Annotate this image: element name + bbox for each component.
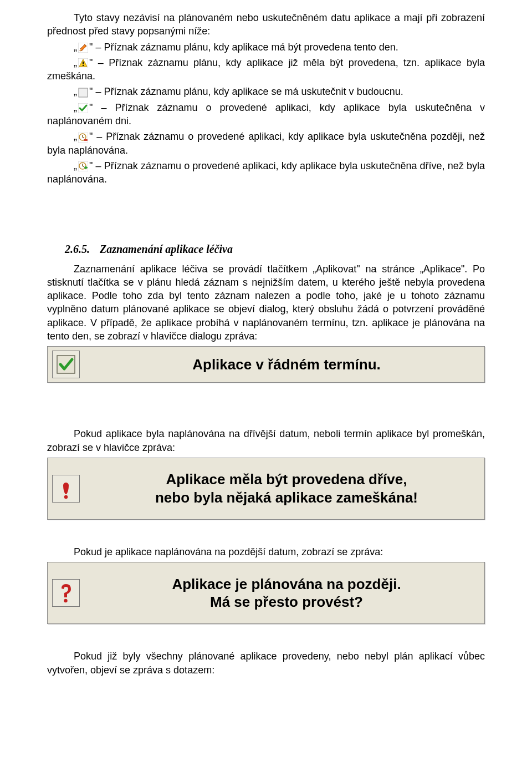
flag-item-1: „ " – Příznak záznamu plánu, kdy aplikac…	[47, 40, 485, 54]
flag-text: " – Příznak záznamu o provedené aplikaci…	[47, 131, 485, 155]
empty-box-icon	[78, 88, 88, 98]
quote-open: „	[74, 160, 77, 171]
flag-item-3: „ " – Příznak záznamu plánu, kdy aplikac…	[47, 85, 485, 98]
banner-ontime: Aplikace v řádném termínu.	[47, 346, 485, 383]
after-banner1-text: Pokud aplikace byla naplánována na dřívě…	[47, 427, 485, 454]
section-number: 2.6.5.	[65, 243, 90, 255]
flag-text: " – Příznak záznamu plánu, kdy aplikace …	[89, 42, 398, 53]
section-heading: 2.6.5.Zaznamenání aplikace léčiva	[65, 242, 485, 257]
flag-text: " – Příznak záznamu o provedené aplikaci…	[47, 160, 485, 185]
svg-rect-4	[79, 88, 88, 97]
quote-open: „	[74, 102, 77, 113]
banner-line1: Aplikace je plánována na později.	[93, 575, 480, 593]
quote-open: „	[74, 57, 77, 68]
intro-paragraph: Tyto stavy nezávisí na plánovaném nebo u…	[47, 11, 485, 38]
banner-late: Aplikace měla být provedena dříve, nebo …	[47, 458, 485, 520]
banner-text: Aplikace měla být provedena dříve, nebo …	[93, 470, 480, 506]
flag-text: " – Příznak záznamu plánu, kdy aplikace …	[89, 86, 403, 97]
quote-open: „	[74, 131, 77, 142]
clock-minus-icon	[78, 133, 88, 143]
exclamation-icon	[52, 475, 80, 503]
flag-item-2: „ " – Příznak záznamu plánu, kdy aplikac…	[47, 56, 485, 83]
question-icon	[52, 579, 80, 607]
svg-rect-8	[84, 139, 88, 141]
svg-point-16	[64, 599, 67, 602]
after-banner3-text: Pokud již byly všechny plánované aplikac…	[47, 650, 485, 677]
quote-open: „	[74, 86, 77, 97]
banner-line1: Aplikace měla být provedena dříve,	[93, 470, 480, 489]
banner-line2: Má se přesto provést?	[93, 593, 480, 611]
flag-item-6: „ " – Příznak záznamu o provedené aplika…	[47, 159, 485, 186]
section-title: Zaznamenání aplikace léčiva	[100, 243, 233, 255]
banner-line2: nebo byla nějaká aplikace zameškána!	[93, 489, 480, 507]
flag-text: " – Příznak záznamu o provedené aplikaci…	[47, 102, 485, 126]
flag-item-5: „ " – Příznak záznamu o provedené aplika…	[47, 130, 485, 157]
flag-item-4: „ " – Příznak záznamu o provedené aplika…	[47, 101, 485, 128]
check-icon	[78, 103, 88, 113]
section-body: Zaznamenání aplikace léčiva se provádí t…	[47, 262, 485, 343]
banner-later: Aplikace je plánována na později. Má se …	[47, 562, 485, 624]
after-banner2-text: Pokud je aplikace naplánována na pozdějš…	[47, 545, 485, 559]
banner-text: Aplikace je plánována na později. Má se …	[93, 575, 480, 611]
clock-plus-icon	[78, 161, 88, 171]
svg-rect-12	[85, 166, 86, 169]
warning-icon	[78, 58, 88, 68]
flag-text: " – Příznak záznamu plánu, kdy aplikace …	[47, 57, 485, 82]
svg-point-15	[64, 495, 68, 499]
banner-text: Aplikace v řádném termínu.	[93, 356, 480, 374]
svg-rect-3	[83, 65, 84, 66]
check-box-icon	[52, 351, 80, 378]
quote-open: „	[74, 42, 77, 53]
pencil-icon	[78, 43, 88, 53]
svg-rect-2	[83, 62, 84, 64]
